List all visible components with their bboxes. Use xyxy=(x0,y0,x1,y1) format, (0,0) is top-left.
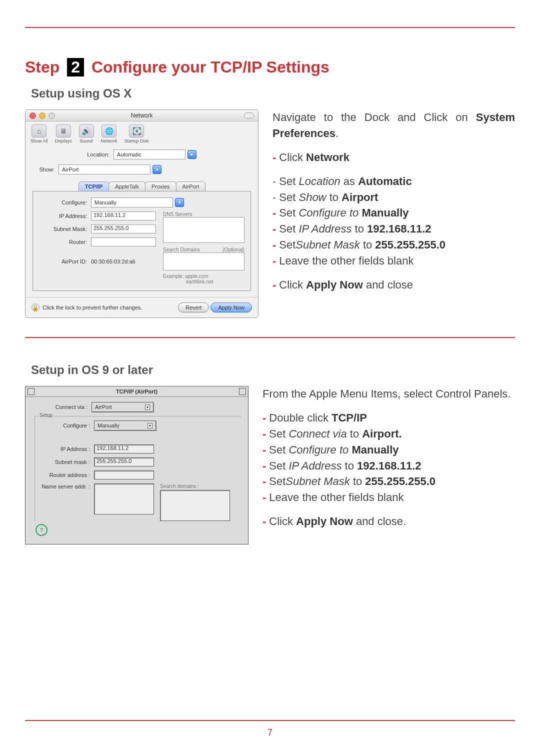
bottom-divider xyxy=(25,720,515,721)
dropdown-icon[interactable]: ▾ xyxy=(175,198,184,207)
window-titlebar: TCP/IP (AirPort) xyxy=(26,386,248,397)
help-icon[interactable]: ? xyxy=(36,524,48,536)
os9-tcpip-window: TCP/IP (AirPort) Connect via : AirPort▾ … xyxy=(25,386,248,544)
osx-network-window: Network ⌂Show All 🖥Displays 🔊Sound 🌐Netw… xyxy=(25,110,258,318)
collapse-icon[interactable] xyxy=(239,388,246,395)
lock-icon[interactable]: 🔒 xyxy=(32,304,40,312)
apply-now-button[interactable]: Apply Now xyxy=(210,302,252,312)
location-label: Location: xyxy=(87,152,110,158)
window-titlebar: Network xyxy=(26,110,258,122)
toolbar-showall[interactable]: ⌂Show All xyxy=(30,124,48,144)
router-input[interactable] xyxy=(91,238,156,246)
searchdomains-input[interactable] xyxy=(160,490,230,521)
configure-label: Configure : xyxy=(35,422,90,428)
searchdomains-input[interactable] xyxy=(163,252,244,270)
revert-button[interactable]: Revert xyxy=(178,302,209,312)
os9-instructions: From the Apple Menu Items, select Contro… xyxy=(262,386,515,538)
toolbar-displays[interactable]: 🖥Displays xyxy=(55,124,72,144)
tab-pane: Configure: Manually ▾ IP Address:192.168… xyxy=(32,191,251,291)
show-select[interactable]: AirPort xyxy=(58,164,150,174)
tab-airport[interactable]: AirPort xyxy=(176,182,206,191)
dns-label: DNS Servers xyxy=(163,212,244,217)
subheading-osx: Setup using OS X xyxy=(31,86,515,100)
configure-label: Configure: xyxy=(39,200,87,206)
window-title: TCP/IP (AirPort) xyxy=(116,388,158,394)
ip-label: IP Address : xyxy=(35,446,90,452)
step-heading: Step 2 Configure your TCP/IP Settings xyxy=(25,58,515,76)
show-label: Show: xyxy=(32,166,54,172)
optional-hint: (Optional) xyxy=(222,247,244,252)
router-label: Router: xyxy=(39,239,87,245)
subnet-label: Subnet Mask: xyxy=(39,226,87,232)
searchdomains-label: Search Domains xyxy=(163,247,200,252)
dropdown-icon[interactable]: ▾ xyxy=(188,150,196,159)
tab-appletalk[interactable]: AppleTalk xyxy=(108,182,146,191)
step-title: Configure your TCP/IP Settings xyxy=(92,58,330,76)
connectvia-select[interactable]: AirPort▾ xyxy=(92,402,154,412)
tab-proxies[interactable]: Proxies xyxy=(145,182,176,191)
lock-text: Click the lock to prevent further change… xyxy=(42,304,142,310)
tab-bar: TCP/IP AppleTalk Proxies AirPort xyxy=(32,182,251,191)
tab-tcpip[interactable]: TCP/IP xyxy=(78,182,109,191)
toolbar-startupdisk[interactable]: 💽Startup Disk xyxy=(124,124,149,144)
subnet-input[interactable]: 255.255.255.0 xyxy=(91,224,156,234)
example-value2: earthlink.net xyxy=(186,279,244,284)
airportid-value: 00:30:65:03:2d:a6 xyxy=(91,258,136,264)
ip-label: IP Address: xyxy=(39,213,87,219)
configure-select[interactable]: Manually▾ xyxy=(94,420,156,430)
page-number: 7 xyxy=(0,728,540,738)
subheading-os9: Setup in OS 9 or later xyxy=(31,363,515,377)
configure-select[interactable]: Manually xyxy=(91,198,173,208)
step-prefix: Step xyxy=(25,58,60,76)
toolbar-network[interactable]: 🌐Network xyxy=(101,124,118,144)
dropdown-icon: ▾ xyxy=(145,404,150,410)
setup-legend: Setup xyxy=(38,412,54,418)
step-number: 2 xyxy=(67,58,84,76)
close-icon[interactable] xyxy=(28,388,34,395)
sd-label: Search domains : xyxy=(160,484,230,489)
dns-input[interactable] xyxy=(163,217,244,243)
router-input[interactable] xyxy=(94,470,154,480)
osx-instructions: Navigate to the Dock and Click on System… xyxy=(272,110,515,301)
router-label: Router address : xyxy=(35,472,90,478)
toolbar-toggle-icon[interactable] xyxy=(244,112,254,118)
ip-input[interactable]: 192.168.11.2 xyxy=(94,444,154,454)
mid-divider xyxy=(25,337,515,338)
airportid-label: AirPort ID: xyxy=(39,258,87,264)
location-select[interactable]: Automatic xyxy=(114,150,186,160)
subnet-input[interactable]: 255.255.255.0 xyxy=(94,458,154,466)
nameserver-label: Name server addr. : xyxy=(35,484,90,490)
subnet-label: Subnet mask : xyxy=(35,459,90,465)
window-title: Network xyxy=(26,112,258,119)
dropdown-icon: ▾ xyxy=(148,423,152,428)
example-label: Example: xyxy=(163,274,184,279)
connectvia-label: Connect via : xyxy=(32,404,88,410)
toolbar: ⌂Show All 🖥Displays 🔊Sound 🌐Network 💽Sta… xyxy=(26,122,258,144)
toolbar-sound[interactable]: 🔊Sound xyxy=(79,124,94,144)
ip-input[interactable]: 192.168.11.2 xyxy=(91,212,156,220)
nameserver-input[interactable] xyxy=(94,484,154,514)
dropdown-icon[interactable]: ▾ xyxy=(152,165,162,174)
top-divider xyxy=(25,27,515,28)
